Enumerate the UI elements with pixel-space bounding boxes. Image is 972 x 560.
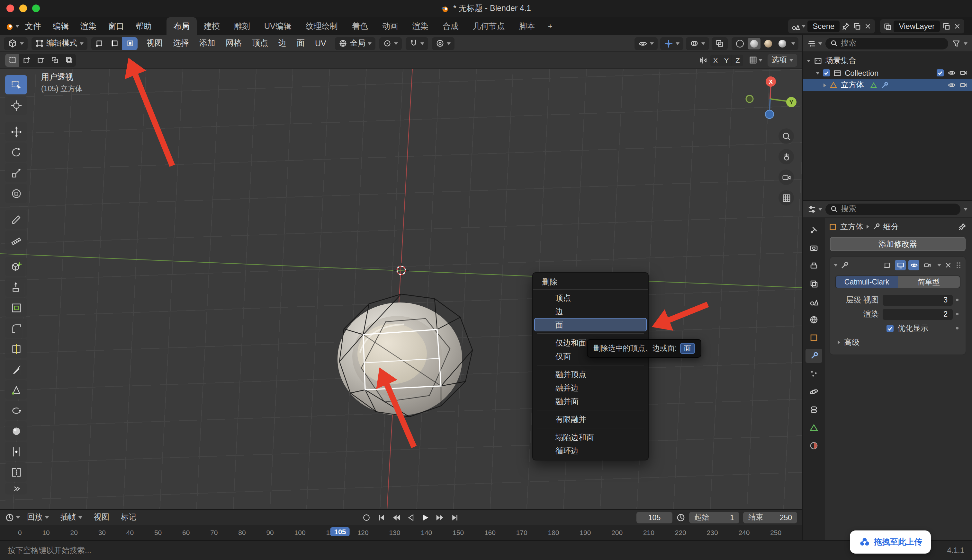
jump-prev-keyframe-button[interactable] — [390, 512, 402, 523]
disclosure-right-icon[interactable] — [823, 83, 826, 87]
workspace-tab[interactable]: 雕刻 — [227, 17, 257, 35]
current-frame-field[interactable]: 105 — [636, 512, 673, 523]
material-preview-button[interactable] — [762, 38, 775, 49]
tab-world[interactable] — [805, 313, 822, 327]
collection-checkbox[interactable] — [823, 69, 830, 77]
viewlayer-selector[interactable]: ViewLayer — [880, 19, 964, 33]
scene-selector[interactable]: Scene — [788, 19, 875, 33]
outliner-row-cube[interactable]: 立方体 — [803, 79, 972, 91]
outliner-row-collection[interactable]: Collection — [803, 67, 972, 79]
frame-ruler[interactable]: 105 010203040506070809010011012013014015… — [0, 525, 802, 540]
animate-dot[interactable] — [953, 313, 962, 315]
vertex-select-button[interactable] — [91, 37, 107, 50]
mirror-axis-button[interactable]: Y — [721, 54, 732, 66]
edge-select-button[interactable] — [107, 37, 122, 50]
advanced-section-toggle[interactable]: 高级 — [830, 335, 965, 349]
timeline-editor-type-button[interactable] — [5, 513, 20, 522]
overlays-dropdown[interactable] — [686, 37, 709, 50]
viewlayer-name-field[interactable]: ViewLayer — [893, 20, 940, 32]
smooth-tool[interactable] — [5, 421, 27, 440]
edge-slide-tool[interactable] — [5, 442, 27, 461]
close-icon[interactable] — [944, 261, 953, 270]
tab-render[interactable] — [805, 241, 822, 255]
select-extend-button[interactable] — [19, 53, 33, 67]
menu-item-dissolve-vertices[interactable]: 融并顶点 — [534, 367, 647, 381]
upload-overlay-button[interactable]: 拖拽至此上传 — [850, 530, 931, 553]
measure-tool[interactable] — [5, 230, 27, 250]
pin-icon[interactable] — [842, 22, 850, 31]
cursor-tool[interactable] — [5, 96, 27, 115]
camera-icon[interactable] — [960, 69, 968, 77]
snap-grid-icon[interactable] — [748, 55, 757, 65]
selectability-checkbox[interactable] — [937, 69, 944, 77]
menubar-menu[interactable]: 帮助 — [130, 19, 157, 34]
snap-toggle[interactable] — [406, 37, 428, 50]
rendered-shading-button[interactable] — [776, 38, 789, 49]
select-box-tool[interactable] — [5, 75, 27, 94]
filter-icon[interactable] — [952, 39, 960, 48]
options-dropdown[interactable]: 选项 — [768, 53, 797, 67]
viewport-menu[interactable]: 顶点 — [247, 38, 273, 49]
extrude-region-tool[interactable] — [5, 277, 27, 297]
play-button[interactable] — [419, 512, 432, 523]
outliner-editor-type-button[interactable] — [807, 39, 822, 48]
eye-icon[interactable] — [948, 82, 956, 88]
face-select-button[interactable] — [122, 37, 137, 50]
menu-item-vertices[interactable]: 顶点 — [534, 291, 647, 304]
viewport-menu[interactable]: 选择 — [168, 38, 194, 49]
eye-icon[interactable] — [948, 69, 956, 77]
tab-scene[interactable] — [805, 295, 822, 309]
gizmos-dropdown[interactable] — [660, 37, 683, 50]
proportional-edit-toggle[interactable] — [432, 37, 455, 50]
toggle-ortho-button[interactable] — [778, 190, 794, 205]
tab-object[interactable] — [805, 331, 822, 345]
menu-item-edge-loops[interactable]: 循环边 — [534, 444, 647, 457]
close-icon[interactable] — [953, 22, 962, 31]
markers-menu[interactable]: 标记 — [116, 512, 141, 523]
close-icon[interactable] — [863, 22, 872, 31]
pivot-point-dropdown[interactable] — [380, 37, 402, 50]
workspace-tab[interactable]: 渲染 — [405, 17, 435, 35]
modifier-extras-dropdown[interactable] — [937, 264, 941, 267]
outliner-row-scene-collection[interactable]: 场景集合 — [803, 55, 972, 67]
wireframe-shading-button[interactable] — [733, 38, 746, 49]
auto-keying-toggle[interactable] — [360, 512, 373, 523]
jump-to-start-button[interactable] — [375, 512, 388, 523]
select-subtract-button[interactable] — [33, 53, 48, 67]
workspace-tab[interactable]: 着色 — [345, 17, 375, 35]
view-menu[interactable]: 视图 — [89, 512, 114, 523]
drag-handle-icon[interactable] — [955, 262, 962, 269]
playback-menu[interactable]: 回放 — [22, 512, 54, 523]
menubar-menu[interactable]: 窗口 — [102, 19, 130, 34]
viewport-display-toggle[interactable] — [908, 260, 919, 270]
mode-dropdown[interactable]: 编辑模式 — [32, 37, 87, 50]
tab-view-layer[interactable] — [805, 277, 822, 291]
tab-object-data[interactable] — [805, 421, 822, 435]
tab-modifiers[interactable] — [805, 349, 822, 363]
transform-tool[interactable] — [5, 184, 27, 203]
visibility-dropdown[interactable] — [634, 37, 657, 50]
camera-icon[interactable] — [960, 81, 968, 89]
workspace-tab[interactable]: 几何节点 — [466, 17, 512, 35]
pan-hand-button[interactable] — [778, 149, 794, 164]
mirror-axis-button[interactable]: X — [710, 54, 721, 66]
menu-item-edges[interactable]: 边 — [534, 304, 647, 318]
workspace-tab[interactable]: 布局 — [167, 17, 197, 35]
move-tool[interactable] — [5, 122, 27, 141]
play-reverse-button[interactable] — [404, 512, 417, 523]
poly-build-tool[interactable] — [5, 380, 27, 400]
menu-item-dissolve-faces[interactable]: 融并面 — [534, 394, 647, 408]
end-frame-field[interactable]: 结束250 — [743, 512, 797, 523]
animate-dot[interactable] — [953, 298, 962, 301]
viewport-3d[interactable]: X Y — [0, 52, 802, 509]
disclosure-down-icon[interactable] — [834, 264, 838, 267]
animate-dot[interactable] — [953, 327, 962, 330]
properties-editor-type-button[interactable] — [807, 205, 822, 213]
scene-name-field[interactable]: Scene — [807, 20, 840, 32]
select-new-button[interactable] — [5, 53, 19, 67]
xray-toggle[interactable] — [712, 37, 728, 50]
select-invert-button[interactable] — [48, 53, 62, 67]
scale-tool[interactable] — [5, 163, 27, 182]
copy-icon[interactable] — [852, 22, 862, 31]
playhead[interactable]: 105 — [330, 527, 350, 536]
